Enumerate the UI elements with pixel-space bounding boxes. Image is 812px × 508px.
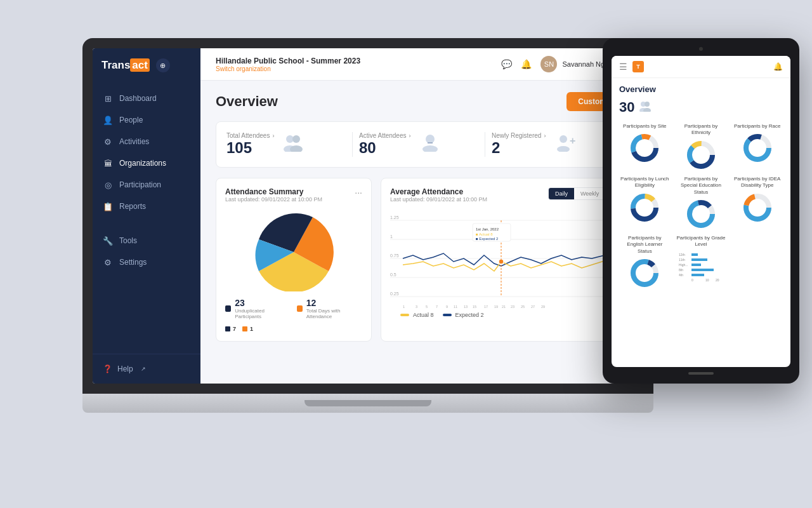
tablet-stat-num: 30 [619,99,634,116]
sidebar-item-people[interactable]: 👤 People [93,109,200,131]
sidebar-logo: Transact ⊕ [93,48,200,83]
tablet-chart-site[interactable]: Participants by Site [619,123,671,171]
svg-text:1st Jan, 2022: 1st Jan, 2022 [476,227,499,231]
help-item[interactable]: ❓ Help ↗ [103,364,190,373]
donut-chart-english-learner [629,257,660,289]
sidebar-item-activities[interactable]: ⚙ Activities [93,131,200,152]
hamburger-icon[interactable]: ☰ [619,62,627,72]
tablet-content: Overview 30 [612,78,790,363]
sidebar-item-participation[interactable]: ◎ Participation [93,174,200,196]
chat-icon[interactable]: 💬 [501,59,512,69]
chart-subtitle: Last updated: 09/01/2022 at 10:00 PM [390,196,487,203]
tablet-overview-title: Overview [619,84,783,94]
sidebar-item-tools[interactable]: 🔧 Tools [93,230,200,251]
reports-icon: 📋 [103,201,113,211]
svg-rect-78 [691,274,704,276]
tablet-chart-grade[interactable]: Participants by Grade Level 12th 11th Hi… [676,235,727,289]
bottom-stats: 7 1 [225,326,362,332]
bell-icon[interactable]: 🔔 [521,59,532,69]
svg-text:21: 21 [502,305,506,309]
legend-actual: Actual 8 [400,312,434,318]
svg-point-42 [645,102,650,107]
tablet-chart-english-learner[interactable]: Participants by English Learner Status [619,235,671,289]
svg-text:25: 25 [521,305,525,309]
tablet-chart-race[interactable]: Participants by Race [731,123,783,171]
sidebar-item-dashboard[interactable]: ⊞ Dashboard [93,88,200,109]
sidebar-item-label: People [119,116,143,124]
sidebar-item-reports[interactable]: 📋 Reports [93,196,200,217]
stat-active-attendees[interactable]: Active Attendees › 80 [353,132,485,157]
stat-color-box [225,326,230,331]
svg-text:13: 13 [464,305,468,309]
bell-icon[interactable]: 🔔 [773,62,783,71]
svg-text:5: 5 [426,305,428,309]
stat-bar-days: 12 Total Days with Attendance [297,298,362,319]
user-avatar: SN [540,56,557,72]
org-info: Hillandale Public School - Summer 2023 S… [216,57,360,72]
svg-text:0.5: 0.5 [390,272,396,277]
svg-text:1: 1 [390,234,393,239]
donut-chart-idea [742,192,773,224]
sidebar-item-label: Participation [119,180,161,189]
tablet-chart-idea[interactable]: Participants by IDEA Disability Type [731,176,783,230]
weekly-toggle-button[interactable]: Weekly [574,188,605,199]
tablet-chart-special-ed[interactable]: Participants by Special Education Status [676,176,727,230]
active-attendees-icon [419,133,442,156]
bottom-stat-num: 7 [233,326,236,332]
chart-label: Participants by Ethnicity [676,123,727,137]
search-icon[interactable]: ⊕ [156,58,170,72]
stat-text: Newly Registered › 2 [492,132,546,157]
tablet-home-indicator [612,372,790,375]
daily-toggle-button[interactable]: Daily [549,188,574,199]
toggle-buttons: Daily Weekly [548,187,606,200]
svg-text:29: 29 [541,305,545,309]
sidebar-item-label: Settings [119,258,147,267]
svg-text:15: 15 [473,305,476,309]
help-label: Help [117,364,133,373]
svg-text:0.75: 0.75 [390,253,399,258]
svg-text:1.25: 1.25 [390,215,399,220]
svg-text:17: 17 [484,305,488,309]
svg-text:20: 20 [716,278,719,282]
help-icon: ❓ [103,364,112,373]
donut-chart-special-ed [685,198,717,230]
svg-text:■ Actual 8: ■ Actual 8 [476,232,493,236]
tablet-charts-grid: Participants by Site Participants by Eth… [619,123,783,289]
stat-color-box [242,326,247,331]
switch-org-link[interactable]: Switch organization [216,65,360,72]
svg-text:+: + [570,135,575,146]
chart-label: Participants by IDEA Disability Type [731,176,783,189]
attendance-summary-card: Attendance Summary Last updated: 09/01/2… [216,178,372,342]
stats-row: Total Attendees › 105 [216,121,628,168]
stat-label: Active Attendees › [359,132,411,139]
stat-number: 80 [359,139,411,157]
sidebar-nav: ⊞ Dashboard 👤 People ⚙ Activities 🏛 [93,83,200,354]
line-chart: 1.25 1 0.75 0.5 0.25 [390,208,619,318]
pie-chart [225,209,362,291]
dashboard-icon: ⊞ [103,93,113,104]
sidebar-item-settings[interactable]: ⚙ Settings [93,251,200,273]
sidebar-item-label: Organizations [119,159,166,168]
stat-total-attendees[interactable]: Total Attendees › 105 [226,132,353,157]
chart-menu-icon[interactable]: ··· [355,187,362,197]
stat-bar-number: 23 [235,298,287,308]
sidebar-item-organizations[interactable]: 🏛 Organizations [93,152,200,174]
stat-bar-info: 12 Total Days with Attendance [306,298,362,319]
svg-text:4th: 4th [679,273,683,277]
settings-icon: ⚙ [103,257,113,267]
chart-label: Participants by Site [623,123,666,130]
average-attendance-card: Average Attendance Last updated: 09/01/2… [381,178,628,342]
chart-title: Average Attendance [390,187,487,196]
svg-rect-74 [691,264,701,266]
chart-subtitle: Last updated: 09/01/2022 at 10:00 PM [225,196,322,203]
stat-bar-label: Unduplicated Participants [235,308,287,319]
tablet-chart-ethnicity[interactable]: Participants by Ethnicity [676,123,727,171]
stat-bar-unduplicated: 23 Unduplicated Participants [225,298,288,319]
svg-text:27: 27 [531,305,535,309]
tablet-chart-lunch[interactable]: Participants by Lunch Eligibility [619,176,671,230]
sidebar: Transact ⊕ ⊞ Dashboard 👤 People [93,48,200,384]
sidebar-bottom: ❓ Help ↗ [93,354,200,384]
external-link-icon: ↗ [141,366,146,372]
newly-registered-icon: + [553,133,576,156]
stat-newly-registered[interactable]: Newly Registered › 2 + [485,132,617,157]
